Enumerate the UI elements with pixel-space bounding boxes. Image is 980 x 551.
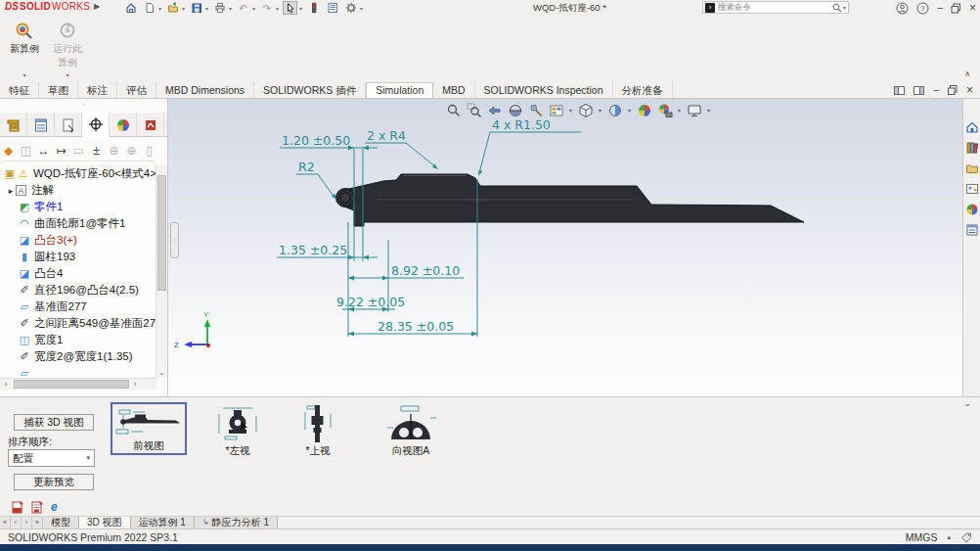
tree-item[interactable]: ◠曲面轮廓1@零件1 [0,215,156,232]
tab-dimxpertmanager-icon[interactable] [82,113,110,137]
print-caret-icon[interactable]: ▾ [229,5,232,12]
sheet-tab-运动算例 1[interactable]: 运动算例 1 [131,517,195,528]
auto-dimension-scheme-icon[interactable]: ◆ [2,144,15,158]
run-study-button[interactable]: 运行此 算例 ▾ [47,20,88,78]
update-preview-button[interactable]: 更新预览 [14,474,94,490]
design-library-icon[interactable] [965,141,979,155]
tree-item[interactable]: ◩零件1 [0,199,156,215]
hscroll-left-icon[interactable]: ‹ [0,380,12,389]
tree-horizontal-scrollbar[interactable]: ‹ › [0,378,156,390]
new-document-icon[interactable] [142,1,156,15]
tab-SOLIDWORKS 插件[interactable]: SOLIDWORKS 插件 [254,82,366,98]
dim-28-35[interactable]: 28.35 ±0.05 [378,319,454,334]
tree-item[interactable]: ✐宽度2@宽度1(1.35) [0,348,156,365]
tab-featuremanager-tree-icon[interactable] [0,113,27,137]
dim-4xr150[interactable]: 4 x R1.50 [492,117,551,132]
view-thumbnail-front[interactable]: 前视图 [111,402,187,455]
publish-edrawings-file-icon[interactable] [31,500,44,514]
new-caret-icon[interactable]: ▾ [158,5,161,12]
tab-评估[interactable]: 评估 [117,82,156,98]
dim-1-35[interactable]: 1.35 ±0.25 [279,243,347,257]
view-thumbnail-a[interactable] [377,404,445,443]
options-list-icon[interactable] [325,1,339,15]
resources-home-icon[interactable] [965,120,979,134]
panel-splitter-handle[interactable]: ◦ [170,222,179,258]
tree-item[interactable]: ◫宽度1 [0,332,156,348]
tab-nav-last-icon[interactable]: » [32,517,43,528]
sheet-tab-模型[interactable]: 模型 [43,517,79,528]
account-icon[interactable] [896,2,909,15]
display-style-icon[interactable] [606,102,623,118]
gear-icon[interactable] [343,1,358,15]
run-study-caret-icon[interactable]: ▾ [47,71,88,78]
dim-9-22[interactable]: 9.22 ±0.05 [336,295,405,309]
ribbon-collapse-icon[interactable]: ∧ [964,69,970,78]
tree-item[interactable]: ▮圆柱193 [0,249,156,265]
tree-vertical-scrollbar[interactable]: ⌄ [156,165,167,378]
search-caret-icon[interactable]: ▾ [843,4,846,11]
new-study-button[interactable]: 新算例 ▾ [4,20,45,78]
tab-标注[interactable]: 标注 [78,82,117,98]
minimize-button[interactable]: – [937,1,943,15]
apply-scene-icon[interactable] [656,102,673,118]
custom-properties-icon[interactable] [965,223,979,237]
panel-grip[interactable]: ◦ [0,101,167,108]
select-cursor-icon[interactable] [283,1,297,15]
dim-r2[interactable]: R2 [298,160,315,174]
zoom-area-icon[interactable] [466,102,482,118]
open-icon[interactable] [165,1,180,15]
search-input[interactable]: 搜索命令 [718,2,829,14]
dim-2xr4[interactable]: 2 x R4 [367,128,406,143]
pane-left-icon[interactable] [894,85,905,96]
save-icon[interactable] [189,1,203,15]
display-style-caret-icon[interactable]: ▾ [628,107,631,114]
doc-minimize-button[interactable]: – [933,84,939,96]
vscroll-down-icon[interactable]: ⌄ [156,369,167,377]
sheet-tab-3D 视图[interactable]: 3D 视图 [79,517,131,528]
hscroll-thumb[interactable] [14,380,129,389]
size-dimension-icon[interactable]: ↔ [37,144,50,158]
tree-item[interactable]: ▱ [0,365,156,378]
section-view-icon[interactable] [507,102,523,118]
units-caret-icon[interactable]: ▴ [947,533,951,541]
vscroll-thumb[interactable] [157,175,166,291]
zoom-fit-icon[interactable] [445,102,462,118]
previous-view-icon[interactable] [486,102,503,118]
tab-displaymanager-icon[interactable] [110,113,137,137]
close-button[interactable]: × [969,1,976,15]
datum-target-icon[interactable]: ⊕ [125,144,138,158]
redo-caret-icon[interactable]: ▾ [276,5,279,12]
pattern-feature-icon[interactable]: ▭ [72,144,85,158]
geometric-tolerance-icon[interactable]: ⊕ [108,144,120,158]
tree-item[interactable]: ▱基准面277 [0,298,156,315]
traffic-light-icon[interactable] [306,1,321,15]
dim-1-20[interactable]: 1.20 ±0.50 [282,133,350,148]
search-command-box[interactable]: › 搜索命令 ▾ [702,1,849,14]
panel-collapse-icon[interactable]: ⌄ [963,398,971,408]
hscroll-right-icon[interactable]: › [129,380,141,389]
new-study-caret-icon[interactable]: ▾ [4,71,45,78]
save-caret-icon[interactable]: ▾ [205,5,208,12]
edrawings-icon[interactable]: e [51,500,58,514]
capture-3d-view-button[interactable]: 捕获 3D 视图 [14,414,94,431]
location-dimension-icon[interactable]: ↦ [55,144,67,158]
appearance-caret-icon[interactable]: ▾ [569,107,572,114]
tab-MBD Dimensions[interactable]: MBD Dimensions [156,82,254,98]
dimxpert-window-icon[interactable]: ▯ [143,144,156,158]
home-icon[interactable] [123,1,138,15]
sheet-tab-静应力分析 1[interactable]: ↳静应力分析 1 [195,517,278,528]
tab-configurationmanager-icon[interactable] [55,113,82,137]
view-settings-caret-icon[interactable]: ▾ [707,107,710,114]
tab-simulation-study-icon[interactable] [137,113,164,137]
undo-icon[interactable]: ↶ [236,1,250,15]
redo-icon[interactable]: ↷ [259,1,274,15]
view-thumbnail-left[interactable] [205,404,270,443]
show-tolerance-status-icon[interactable]: ± [90,144,103,158]
sort-order-select[interactable]: 配置 ▾ [8,449,95,467]
help-icon[interactable]: ? [916,2,929,15]
tree-item[interactable]: ◪凸台4 [0,265,156,282]
view-settings-icon[interactable] [686,102,702,118]
apply-scene-caret-icon[interactable]: ▾ [678,107,681,114]
print-icon[interactable] [212,1,227,15]
file-explorer-icon[interactable] [965,161,979,175]
